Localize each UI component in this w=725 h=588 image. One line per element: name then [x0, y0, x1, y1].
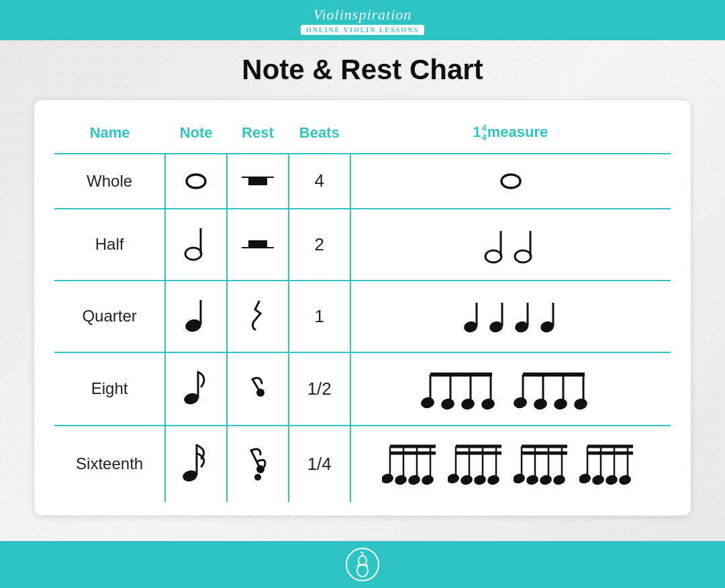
- name-sixteenth: Sixteenth: [54, 426, 165, 502]
- note-rest-table: Name Note Rest Beats 144measure Whole: [54, 113, 671, 502]
- top-bar: Violinspiration ONLINE VIOLIN LESSONS: [0, 0, 725, 40]
- quarter-note-symbol: [184, 293, 208, 334]
- svg-point-68: [486, 474, 500, 486]
- note-sixteenth: [165, 426, 227, 502]
- svg-point-4: [185, 248, 201, 260]
- svg-point-0: [187, 175, 205, 188]
- rest-half: [227, 209, 289, 281]
- svg-point-89: [357, 565, 368, 577]
- eighth-rest-symbol: [246, 369, 270, 406]
- header-note: Note: [165, 113, 227, 154]
- header-beats: Beats: [289, 113, 350, 154]
- svg-point-62: [448, 473, 461, 485]
- svg-point-78: [552, 474, 566, 486]
- svg-point-76: [538, 474, 552, 486]
- header-rest: Rest: [227, 113, 289, 154]
- svg-point-41: [552, 397, 568, 411]
- note-quarter: [165, 281, 227, 352]
- svg-line-25: [252, 379, 260, 393]
- logo-subtitle: ONLINE VIOLIN LESSONS: [301, 25, 424, 35]
- whole-rest-symbol: [239, 172, 277, 188]
- beats-eight: 1/2: [289, 352, 350, 426]
- measure-half: [350, 209, 671, 281]
- svg-point-82: [579, 473, 592, 485]
- svg-point-56: [407, 474, 421, 486]
- header-measure: 144measure: [350, 113, 671, 154]
- table-row: Whole 4: [54, 154, 671, 209]
- beats-whole: 4: [289, 154, 350, 209]
- measure-whole: [350, 154, 671, 209]
- name-eight: Eight: [54, 352, 165, 426]
- svg-point-34: [480, 397, 495, 411]
- rest-sixteenth: [227, 426, 289, 502]
- svg-point-28: [421, 396, 436, 410]
- svg-point-37: [514, 396, 528, 410]
- note-eight: [165, 352, 227, 426]
- svg-point-39: [532, 397, 548, 411]
- svg-rect-2: [248, 177, 267, 185]
- svg-point-72: [514, 473, 526, 485]
- measure-quarter: [350, 281, 671, 352]
- whole-note-symbol: [184, 173, 208, 190]
- table-row: Sixteenth: [54, 426, 671, 502]
- eighth-note-symbol: [183, 365, 209, 407]
- svg-point-66: [473, 474, 487, 486]
- note-whole: [165, 154, 227, 209]
- violin-icon: [353, 552, 372, 577]
- beats-half: 2: [289, 209, 350, 281]
- beats-quarter: 1: [289, 281, 350, 352]
- svg-point-30: [440, 397, 455, 411]
- note-half: [165, 209, 227, 281]
- svg-point-84: [591, 474, 605, 486]
- sixteenth-note-symbol: [181, 438, 211, 484]
- name-quarter: Quarter: [54, 281, 165, 352]
- svg-point-86: [604, 474, 618, 486]
- table-row: Half 2: [54, 209, 671, 281]
- name-whole: Whole: [54, 154, 165, 209]
- table-row: Quarter 1: [54, 281, 671, 352]
- page-title: Note & Rest Chart: [242, 54, 483, 86]
- name-half: Half: [54, 209, 165, 281]
- bottom-bar: [0, 541, 725, 588]
- main-content: Note & Rest Chart Name Note Rest Beats 1…: [0, 40, 725, 541]
- half-rest-symbol: [239, 235, 277, 251]
- svg-rect-6: [248, 240, 267, 248]
- rest-quarter: [227, 281, 289, 352]
- svg-point-8: [485, 250, 501, 262]
- svg-point-90: [358, 556, 367, 565]
- half-note-symbol: [184, 222, 208, 262]
- sixteenth-rest-symbol: [246, 442, 270, 483]
- svg-point-48: [254, 474, 261, 481]
- table-row: Eight: [54, 352, 671, 426]
- svg-point-3: [501, 175, 520, 188]
- logo: Violinspiration ONLINE VIOLIN LESSONS: [301, 6, 424, 35]
- measure-eight: [350, 352, 671, 426]
- chart-container: Name Note Rest Beats 144measure Whole: [34, 99, 691, 516]
- svg-point-58: [420, 474, 434, 486]
- measure-sixteenth: [350, 426, 671, 502]
- quarter-rest-symbol: [246, 295, 270, 335]
- svg-point-64: [459, 474, 473, 486]
- svg-point-74: [525, 474, 539, 486]
- svg-point-54: [393, 474, 407, 486]
- rest-whole: [227, 154, 289, 209]
- logo-text: Violinspiration: [313, 6, 412, 23]
- svg-point-88: [618, 474, 632, 486]
- violin-icon-circle: [346, 548, 379, 581]
- svg-point-32: [460, 397, 475, 411]
- svg-point-52: [382, 473, 395, 485]
- header-name: Name: [54, 113, 165, 154]
- svg-point-10: [515, 250, 531, 262]
- beats-sixteenth: 1/4: [289, 426, 350, 502]
- rest-eight: [227, 352, 289, 426]
- svg-point-43: [573, 397, 588, 411]
